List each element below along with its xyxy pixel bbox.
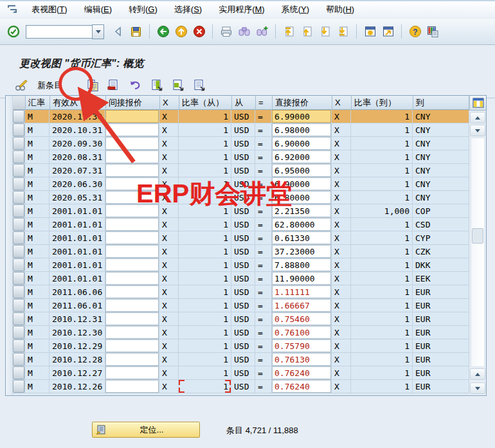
row-selector[interactable] [13, 380, 25, 393]
scroll-up-button[interactable] [470, 112, 485, 123]
scroll-up-button-bottom[interactable] [470, 368, 485, 380]
position-button[interactable]: 定位... [92, 422, 200, 438]
cell-indirect-quote[interactable] [105, 191, 159, 204]
select-block-button[interactable] [170, 77, 186, 94]
cell-direct-quote[interactable]: 0.75790 [272, 339, 332, 353]
display-change-button[interactable] [13, 77, 30, 94]
menu-item[interactable]: 选择(S) [166, 3, 210, 17]
cell-ratio-from[interactable]: 1 [179, 164, 231, 177]
row-selector-button[interactable] [13, 137, 24, 150]
cell-ratio-from[interactable]: 1 [179, 299, 231, 312]
cell-indirect-quote[interactable] [105, 123, 159, 137]
column-header[interactable]: 有效从 [50, 96, 106, 110]
row-selector[interactable] [13, 164, 25, 177]
row-selector-button[interactable] [13, 231, 24, 244]
cell-ratio-to[interactable]: 1 [351, 272, 413, 285]
cell-valid-from[interactable]: 2020.09.30 [50, 137, 105, 150]
cell-indirect-quote[interactable] [105, 258, 159, 272]
cell-ratio-from[interactable]: 1 [179, 353, 231, 366]
cell-rate-type[interactable]: M [25, 123, 50, 137]
scroll-down-button-bottom[interactable] [470, 382, 485, 394]
row-selector[interactable] [13, 204, 25, 218]
new-entries-button[interactable]: 新条目 [33, 78, 66, 93]
table-settings-button[interactable] [469, 96, 486, 111]
cell-ratio-from[interactable]: 1 [179, 123, 231, 137]
cell-valid-from[interactable]: 2020.06.30 [50, 177, 105, 191]
cell-ratio-from[interactable]: 1 [179, 366, 231, 380]
cell-direct-quote[interactable]: 1.66667 [272, 299, 332, 312]
cell-ratio-from[interactable]: 1 [179, 285, 231, 299]
scrollbar-track[interactable] [471, 138, 485, 367]
select-all-button[interactable] [148, 77, 165, 94]
row-selector[interactable] [13, 177, 25, 191]
cell-ratio-to[interactable]: 1 [351, 299, 413, 312]
cell-indirect-quote[interactable] [105, 177, 159, 191]
page-down-button[interactable] [317, 24, 333, 40]
scroll-down-button[interactable] [470, 125, 485, 136]
cell-rate-type[interactable]: M [25, 137, 50, 150]
row-selector[interactable] [13, 326, 25, 339]
cell-direct-quote[interactable]: 2.21350 [272, 204, 332, 218]
row-selector[interactable] [13, 353, 25, 366]
row-selector[interactable] [13, 150, 25, 164]
command-field[interactable] [26, 25, 92, 39]
cell-ratio-from[interactable]: 1 [179, 150, 231, 164]
find-button[interactable] [236, 24, 252, 40]
cell-rate-type[interactable]: M [25, 380, 50, 393]
row-selector-button[interactable] [13, 366, 24, 379]
cell-direct-quote[interactable]: 0.76100 [272, 326, 332, 339]
column-header[interactable]: 间接报价 [106, 96, 160, 110]
cell-indirect-quote[interactable] [105, 272, 159, 285]
cell-valid-from[interactable]: 2001.01.01 [50, 204, 105, 218]
column-header[interactable]: 汇率 [26, 96, 50, 110]
column-header[interactable]: = [256, 96, 273, 110]
row-selector[interactable] [13, 123, 25, 137]
row-selector[interactable] [13, 312, 25, 326]
cell-valid-from[interactable]: 2001.01.01 [50, 231, 105, 245]
column-header[interactable]: 比率（从） [179, 96, 232, 110]
cell-direct-quote[interactable]: 6.80000 [272, 191, 332, 204]
cell-direct-quote[interactable]: 0.76240 [272, 366, 332, 380]
cell-valid-from[interactable]: 2001.01.01 [50, 272, 105, 285]
cell-ratio-to[interactable]: 1 [351, 218, 413, 231]
cell-direct-quote[interactable]: 0.76130 [272, 353, 332, 366]
cell-indirect-quote[interactable] [105, 312, 159, 326]
row-selector-button[interactable] [13, 272, 24, 285]
cell-ratio-from[interactable]: 1 [179, 326, 231, 339]
cell-valid-from[interactable]: 2011.06.06 [50, 285, 105, 299]
find-next-button[interactable] [254, 24, 270, 40]
row-selector-button[interactable] [13, 299, 24, 312]
cell-valid-from[interactable]: 2010.12.29 [50, 339, 105, 353]
cell-ratio-from[interactable]: 1 [179, 191, 231, 204]
cell-ratio-to[interactable]: 1 [351, 380, 413, 393]
cell-indirect-quote[interactable] [105, 218, 159, 231]
cell-ratio-to[interactable]: 1 [351, 177, 413, 191]
cell-direct-quote[interactable]: 6.90000 [272, 177, 332, 191]
cell-ratio-from[interactable]: 1 [179, 339, 231, 353]
menu-item[interactable]: 转到(G) [120, 3, 166, 17]
customize-layout-button[interactable] [425, 24, 441, 40]
menu-item[interactable]: 实用程序(M) [210, 3, 273, 17]
deselect-all-button[interactable] [191, 77, 208, 94]
row-selector[interactable] [13, 231, 25, 245]
cell-ratio-to[interactable]: 1 [351, 231, 413, 245]
row-selector-button[interactable] [13, 258, 24, 271]
cell-ratio-to[interactable]: 1 [351, 191, 413, 204]
row-selector-button[interactable] [13, 353, 24, 366]
row-selector-button[interactable] [13, 312, 24, 325]
column-header[interactable]: 到 [413, 96, 469, 110]
cell-rate-type[interactable]: M [25, 258, 50, 272]
cell-direct-quote[interactable]: 37.23000 [272, 245, 332, 258]
cell-rate-type[interactable]: M [25, 164, 50, 177]
cell-rate-type[interactable]: M [25, 326, 50, 339]
cell-valid-from[interactable]: 2020.05.31 [50, 191, 105, 204]
cell-indirect-quote[interactable] [105, 299, 159, 312]
cell-ratio-to[interactable]: 1 [351, 326, 413, 339]
cell-ratio-from[interactable]: 1 [179, 272, 231, 285]
cell-rate-type[interactable]: M [25, 204, 50, 218]
cell-direct-quote[interactable]: 6.95000 [272, 164, 332, 177]
cell-rate-type[interactable]: M [25, 231, 50, 245]
menu-item[interactable]: 帮助(H) [318, 3, 363, 17]
cell-indirect-quote[interactable] [105, 285, 159, 299]
cell-ratio-from[interactable]: 1 [179, 231, 231, 245]
